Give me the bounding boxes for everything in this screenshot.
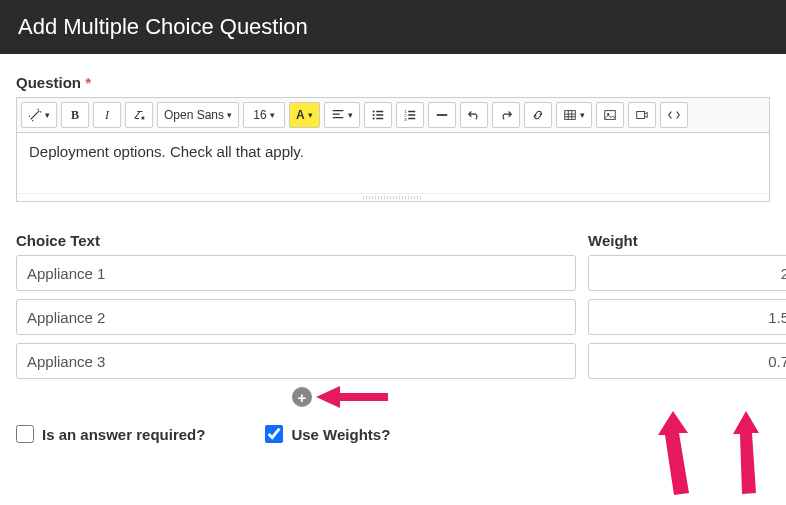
add-choice-row: + xyxy=(16,387,588,407)
form-content: Question * ▾ B I Open Sans▾ 16▾ A▾ ▾ 123… xyxy=(0,54,786,463)
svg-point-2 xyxy=(372,117,374,119)
undo-button[interactable] xyxy=(460,102,488,128)
magic-button[interactable]: ▾ xyxy=(21,102,57,128)
rich-text-editor: ▾ B I Open Sans▾ 16▾ A▾ ▾ 123 ▾ Deployme… xyxy=(16,97,770,202)
editor-toolbar: ▾ B I Open Sans▾ 16▾ A▾ ▾ 123 ▾ xyxy=(17,98,769,133)
clear-format-button[interactable] xyxy=(125,102,153,128)
choice-text-input[interactable] xyxy=(16,343,576,379)
unordered-list-button[interactable] xyxy=(364,102,392,128)
hr-button[interactable] xyxy=(428,102,456,128)
choice-rows xyxy=(16,255,770,379)
video-button[interactable] xyxy=(628,102,656,128)
font-size-select[interactable]: 16▾ xyxy=(243,102,285,128)
svg-marker-10 xyxy=(316,386,388,408)
image-button[interactable] xyxy=(596,102,624,128)
add-choice-button[interactable]: + xyxy=(292,387,312,407)
question-label: Question xyxy=(16,74,81,91)
options-row: Is an answer required? Use Weights? xyxy=(16,425,770,443)
question-label-row: Question * xyxy=(16,74,770,91)
question-editor-body[interactable]: Deployment options. Check all that apply… xyxy=(17,133,769,193)
link-button[interactable] xyxy=(524,102,552,128)
choice-row xyxy=(16,299,770,335)
choice-weight-input[interactable] xyxy=(588,255,786,291)
required-asterisk: * xyxy=(85,74,91,91)
choice-weight-header: Weight xyxy=(588,232,688,249)
svg-point-1 xyxy=(372,114,374,116)
redo-button[interactable] xyxy=(492,102,520,128)
choice-weight-input[interactable] xyxy=(588,343,786,379)
use-weights-checkbox-wrap[interactable]: Use Weights? xyxy=(265,425,390,443)
choice-row xyxy=(16,343,770,379)
font-family-select[interactable]: Open Sans▾ xyxy=(157,102,239,128)
align-button[interactable]: ▾ xyxy=(324,102,360,128)
page-header: Add Multiple Choice Question xyxy=(0,0,786,54)
bold-button[interactable]: B xyxy=(61,102,89,128)
ordered-list-button[interactable]: 123 xyxy=(396,102,424,128)
page-title: Add Multiple Choice Question xyxy=(18,14,308,39)
code-view-button[interactable] xyxy=(660,102,688,128)
svg-rect-6 xyxy=(564,111,575,120)
required-checkbox-label: Is an answer required? xyxy=(42,426,205,443)
editor-resize-grip[interactable] xyxy=(17,193,769,201)
use-weights-checkbox[interactable] xyxy=(265,425,283,443)
choice-headers: Choice Text Weight xyxy=(16,232,770,249)
svg-rect-7 xyxy=(604,111,615,120)
choice-row xyxy=(16,255,770,291)
table-button[interactable]: ▾ xyxy=(556,102,592,128)
plus-icon: + xyxy=(298,389,307,406)
required-checkbox[interactable] xyxy=(16,425,34,443)
svg-rect-9 xyxy=(636,112,644,119)
svg-point-0 xyxy=(372,110,374,112)
choice-text-header: Choice Text xyxy=(16,232,576,249)
required-checkbox-wrap[interactable]: Is an answer required? xyxy=(16,425,205,443)
use-weights-checkbox-label: Use Weights? xyxy=(291,426,390,443)
choice-text-input[interactable] xyxy=(16,255,576,291)
choice-weight-input[interactable] xyxy=(588,299,786,335)
annotation-arrow-add xyxy=(316,383,396,420)
italic-button[interactable]: I xyxy=(93,102,121,128)
highlight-button[interactable]: A▾ xyxy=(289,102,320,128)
svg-text:3: 3 xyxy=(404,117,407,122)
choice-text-input[interactable] xyxy=(16,299,576,335)
